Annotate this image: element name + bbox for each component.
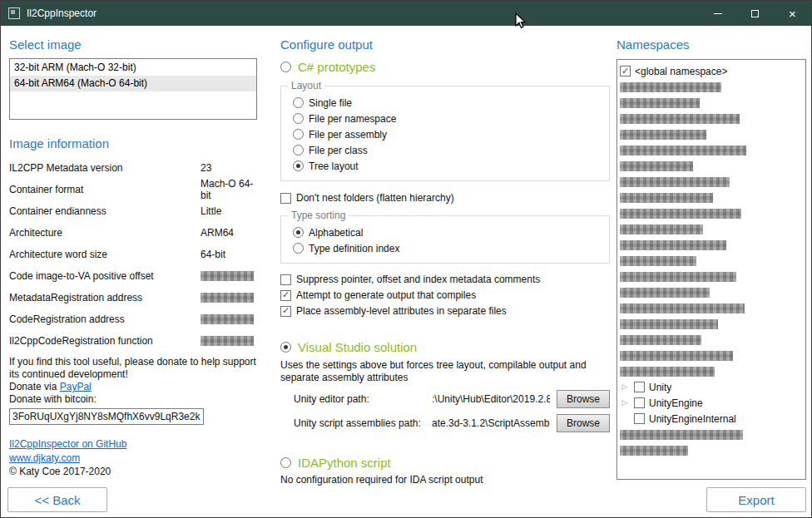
radio-icon bbox=[293, 243, 304, 254]
bitcoin-address-input[interactable] bbox=[9, 408, 204, 425]
info-row: Code image-to-VA positive offset bbox=[9, 269, 257, 282]
image-list-item[interactable]: 32-bit ARM (Mach-O 32-bit) bbox=[10, 60, 256, 76]
website-link[interactable]: www.djkaty.com bbox=[9, 452, 80, 464]
visual-studio-section: Visual Studio solution Uses the settings… bbox=[280, 340, 610, 432]
namespace-item[interactable] bbox=[620, 348, 803, 363]
configure-output-panel: Configure output C# prototypes Layout Si… bbox=[280, 37, 610, 486]
idapython-radio[interactable]: IDAPython script bbox=[280, 456, 610, 470]
compilable-output-checkbox[interactable]: ✓ Attempt to generate output that compil… bbox=[280, 289, 610, 301]
namespace-item[interactable] bbox=[620, 79, 803, 95]
visual-studio-radio[interactable]: Visual Studio solution bbox=[280, 340, 610, 354]
script-assemblies-path-input[interactable]: ate.3d-3.1.2\ScriptAssemblies bbox=[432, 417, 550, 429]
namespace-item[interactable] bbox=[620, 363, 803, 379]
configure-output-heading: Configure output bbox=[280, 37, 610, 52]
namespace-item[interactable] bbox=[620, 427, 803, 442]
minimize-button[interactable] bbox=[699, 1, 736, 26]
namespace-item[interactable] bbox=[620, 111, 803, 126]
namespace-item-unityengine[interactable]: ▷ ✓ UnityEngine bbox=[620, 395, 803, 411]
image-information-heading: Image information bbox=[9, 136, 257, 150]
back-button[interactable]: << Back bbox=[7, 487, 107, 512]
donate-message: If you find this tool useful, please don… bbox=[9, 356, 259, 381]
namespace-item-unity[interactable]: ▷ ✓ Unity bbox=[620, 379, 803, 395]
browse-editor-path-button[interactable]: Browse bbox=[557, 390, 610, 408]
redacted-text bbox=[620, 256, 696, 266]
maximize-button[interactable] bbox=[736, 1, 774, 26]
app-icon bbox=[8, 7, 20, 19]
namespace-item-unityengineinternal[interactable]: ✓ UnityEngineInternal bbox=[620, 411, 803, 427]
namespace-item[interactable] bbox=[620, 95, 803, 111]
redacted-text bbox=[620, 114, 740, 124]
layout-group-title: Layout bbox=[288, 80, 324, 91]
suppress-comments-checkbox[interactable]: ✓ Suppress pointer, offset and index met… bbox=[280, 274, 610, 285]
expand-icon[interactable]: ▷ bbox=[620, 383, 630, 391]
namespace-item[interactable] bbox=[620, 205, 803, 221]
redacted-text bbox=[620, 319, 718, 329]
close-button[interactable]: × bbox=[774, 1, 811, 26]
info-row: IL2CPP Metadata version 23 bbox=[9, 161, 257, 174]
checkbox-icon: ✓ bbox=[280, 274, 291, 285]
expand-icon[interactable]: ▷ bbox=[620, 399, 630, 407]
namespace-item[interactable] bbox=[620, 316, 803, 332]
script-assemblies-path-row: Unity script assemblies path: ate.3d-3.1… bbox=[294, 414, 610, 432]
redacted-text bbox=[620, 367, 715, 377]
paypal-link[interactable]: PayPal bbox=[60, 381, 92, 392]
namespace-item[interactable] bbox=[620, 237, 803, 253]
namespace-checkbox[interactable]: ✓ bbox=[634, 397, 645, 408]
namespace-item[interactable] bbox=[620, 142, 803, 158]
export-button[interactable]: Export bbox=[706, 487, 806, 512]
csharp-prototypes-radio[interactable]: C# prototypes bbox=[280, 60, 610, 74]
radio-icon bbox=[293, 129, 304, 140]
namespace-checkbox[interactable]: ✓ bbox=[634, 413, 645, 424]
checkbox-icon: ✓ bbox=[280, 193, 291, 204]
redacted-text bbox=[620, 224, 703, 234]
browse-assemblies-path-button[interactable]: Browse bbox=[557, 414, 610, 432]
github-link[interactable]: Il2CppInspector on GitHub bbox=[9, 438, 126, 450]
radio-icon bbox=[293, 160, 304, 171]
layout-option-file-per-namespace[interactable]: File per namespace bbox=[293, 111, 602, 126]
separate-attributes-checkbox[interactable]: ✓ Place assembly-level attributes in sep… bbox=[280, 305, 610, 317]
namespace-item[interactable] bbox=[620, 190, 803, 205]
namespace-item[interactable] bbox=[620, 174, 803, 190]
radio-icon bbox=[280, 342, 291, 353]
layout-option-file-per-class[interactable]: File per class bbox=[293, 142, 602, 158]
namespaces-panel: Namespaces ✓ <global namespace> bbox=[616, 37, 806, 480]
minimize-icon bbox=[714, 13, 722, 14]
donate-paypal-line: Donate via PayPal bbox=[9, 381, 257, 393]
namespace-item-global[interactable]: ✓ <global namespace> bbox=[620, 63, 803, 79]
namespace-item[interactable] bbox=[620, 300, 803, 316]
redacted-text bbox=[620, 161, 693, 171]
namespace-checkbox[interactable]: ✓ bbox=[634, 382, 645, 392]
redacted-text bbox=[620, 130, 706, 140]
info-row: Container endianness Little bbox=[9, 205, 257, 217]
copyright-text: © Katy Coe 2017-2020 bbox=[9, 465, 257, 478]
redacted-text bbox=[620, 82, 721, 92]
namespace-item[interactable] bbox=[620, 269, 803, 284]
layout-option-file-per-assembly[interactable]: File per assembly bbox=[293, 126, 602, 142]
namespace-item[interactable] bbox=[620, 253, 803, 269]
unity-editor-path-input[interactable]: :\Unity\Hub\Editor\2019.2.8f1 bbox=[432, 393, 550, 405]
namespace-item[interactable] bbox=[620, 221, 803, 237]
redacted-text bbox=[620, 98, 700, 108]
namespace-checkbox[interactable]: ✓ bbox=[620, 66, 631, 76]
namespace-item[interactable] bbox=[620, 284, 803, 300]
namespace-item[interactable] bbox=[620, 332, 803, 348]
namespace-item[interactable] bbox=[620, 442, 803, 458]
layout-option-tree-layout[interactable]: Tree layout bbox=[293, 158, 602, 174]
image-list-item[interactable]: 64-bit ARM64 (Mach-O 64-bit) bbox=[10, 76, 256, 91]
radio-icon bbox=[280, 62, 291, 72]
redacted-text bbox=[620, 272, 736, 282]
sorting-option-alphabetical[interactable]: Alphabetical bbox=[293, 224, 602, 240]
radio-icon bbox=[293, 113, 304, 124]
image-info-table: IL2CPP Metadata version 23 Container for… bbox=[9, 161, 257, 347]
sorting-option-type-definition-index[interactable]: Type definition index bbox=[293, 240, 602, 256]
namespace-item[interactable] bbox=[620, 158, 803, 174]
redacted-text bbox=[620, 193, 713, 203]
layout-groupbox: Layout Single file File per namespace Fi… bbox=[280, 86, 610, 181]
info-row: Architecture ARM64 bbox=[9, 226, 257, 239]
namespace-item[interactable] bbox=[620, 126, 803, 142]
donate-bitcoin-label: Donate with bitcoin: bbox=[9, 393, 257, 406]
radio-icon bbox=[293, 145, 304, 155]
layout-option-single-file[interactable]: Single file bbox=[293, 95, 602, 111]
flatten-hierarchy-checkbox[interactable]: ✓ Don't nest folders (flatten hierarchy) bbox=[280, 192, 610, 204]
redacted-text bbox=[620, 430, 743, 440]
